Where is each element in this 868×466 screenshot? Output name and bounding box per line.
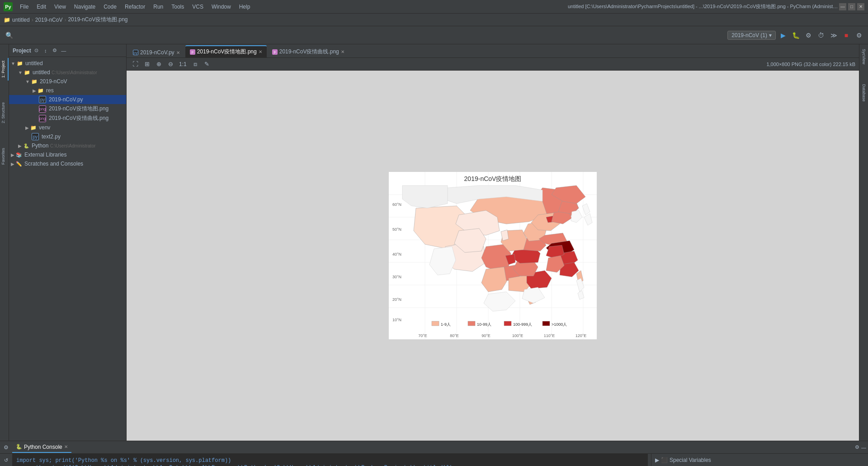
tab-map-png[interactable]: p 2019-nCoV疫情地图.png ✕ xyxy=(185,45,267,57)
tree-item-map-png[interactable]: png 2019-nCoV疫情地图.png xyxy=(9,104,126,114)
sidebar-tab-favorites[interactable]: Favorites xyxy=(0,145,9,167)
menu-window[interactable]: Window xyxy=(208,3,235,11)
svg-text:100°E: 100°E xyxy=(512,333,524,338)
china-map-svg: 2019-nCoV疫情地图 60°N 50°N 40°N 30°N 20°N 1… xyxy=(389,172,597,339)
zoom-in-btn[interactable]: ⊕ xyxy=(154,59,164,69)
menu-navigate[interactable]: Navigate xyxy=(71,3,99,11)
bottom-area-settings[interactable]: ⚙ xyxy=(2,444,10,451)
menu-refactor[interactable]: Refactor xyxy=(121,3,149,11)
breadcrumb-item-0[interactable]: untitled xyxy=(12,17,30,23)
tree-item-res[interactable]: ▶ 📁 res xyxy=(9,86,126,95)
menu-vcs[interactable]: VCS xyxy=(189,3,207,11)
window-title: untitled [C:\Users\Administrator\Pycharm… xyxy=(568,3,839,10)
settings-button[interactable]: ⚙ xyxy=(854,30,864,41)
console-tab-close[interactable]: ✕ xyxy=(64,444,68,449)
titlebar: Py File Edit View Navigate Code Refactor… xyxy=(0,0,868,14)
run-configuration[interactable]: 2019-nCoV (1) ▾ xyxy=(727,31,776,40)
menu-run[interactable]: Run xyxy=(150,3,167,11)
tree-item-curve-png[interactable]: png 2019-nCoV疫情曲线.png xyxy=(9,114,126,123)
console-minimize-btn[interactable]: — xyxy=(861,445,866,450)
rerun-btn[interactable]: ↺ xyxy=(2,456,11,465)
special-vars-header[interactable]: ▶ ⬛ Special Variables xyxy=(651,454,868,466)
tree-item-2019ncov[interactable]: ▼ 📁 2019-nCoV xyxy=(9,77,126,86)
breadcrumb-item-2[interactable]: 2019-nCoV疫情地图.png xyxy=(68,16,127,24)
console-gear-btn[interactable]: ⚙ xyxy=(855,444,859,450)
main-container: 1: Project 2: Structure Favorites Projec… xyxy=(0,44,868,441)
menu-view[interactable]: View xyxy=(51,3,70,11)
prev-btn[interactable]: ⧈ xyxy=(190,59,200,69)
tree-item-untitled-folder[interactable]: ▼ 📁 untitled C:\Users\Administrator xyxy=(9,68,126,77)
sidebar-tab-structure[interactable]: 2: Structure xyxy=(0,100,9,126)
tree-item-scratches[interactable]: ▶ ✏️ Scratches and Consoles xyxy=(9,159,126,168)
svg-rect-34 xyxy=(542,321,550,326)
tree-label: 2019-nCoV疫情曲线.png xyxy=(49,114,108,122)
tab-curve-png[interactable]: p 2019-nCoV疫情曲线.png ✕ xyxy=(268,45,349,57)
png-tab-icon: p xyxy=(272,49,278,55)
run-coverage-button[interactable]: ⚙ xyxy=(803,30,814,41)
tree-label: text2.py xyxy=(42,133,61,140)
project-settings-btn[interactable]: ⚙ xyxy=(51,47,58,54)
tree-label: 2019-nCoV.py xyxy=(49,96,83,103)
minimize-button[interactable]: — xyxy=(839,3,846,10)
fit-page-btn[interactable]: ⛶ xyxy=(130,59,140,69)
image-toolbar: ⛶ ⊞ ⊕ ⊖ 1:1 ⧈ ✎ 1,000×800 PNG (32-bit co… xyxy=(127,58,859,71)
tree-item-venv[interactable]: ▶ 📁 venv xyxy=(9,123,126,132)
arrow-icon: ▶ xyxy=(11,162,14,166)
project-header: Project ⊙ ↕ ⚙ — xyxy=(9,44,126,57)
menu-edit[interactable]: Edit xyxy=(33,3,50,11)
tree-item-ext-libs[interactable]: ▶ 📚 External Libraries xyxy=(9,150,126,159)
tab-close-icon[interactable]: ✕ xyxy=(341,49,344,54)
image-info: 1,000×800 PNG (32-bit color) 222.15 kB xyxy=(766,62,855,67)
tree-label: 2019-nCoV xyxy=(40,78,67,85)
tree-item-main-py[interactable]: py 2019-nCoV.py xyxy=(9,95,126,104)
console-scrollbar[interactable] xyxy=(647,454,651,466)
tab-label: 2019-nCoV疫情曲线.png xyxy=(279,48,339,56)
debug-button[interactable]: 🐛 xyxy=(790,30,801,41)
toolbar-search-btn[interactable]: 🔍 xyxy=(4,30,14,41)
window-controls: — □ ✕ xyxy=(839,3,864,10)
zoom-out-btn[interactable]: ⊖ xyxy=(165,59,175,69)
project-title: Project xyxy=(13,48,31,54)
tree-item-untitled-root[interactable]: ▼ 📁 untitled xyxy=(9,59,126,68)
close-button[interactable]: ✕ xyxy=(857,3,864,10)
console-tab-python[interactable]: 🐍 Python Console ✕ xyxy=(12,442,71,453)
image-view: 2019-nCoV疫情地图 60°N 50°N 40°N 30°N 20°N 1… xyxy=(127,71,859,441)
special-vars-label: Special Variables xyxy=(670,457,711,463)
menu-bar: File Edit View Navigate Code Refactor Ru… xyxy=(16,3,568,11)
sidebar-tab-database[interactable]: Database xyxy=(861,81,867,105)
right-side-panel: SycView Database xyxy=(859,44,868,441)
sidebar-tab-sycview[interactable]: SycView xyxy=(861,46,867,67)
tree-label: res xyxy=(46,87,54,94)
actual-size-btn[interactable]: ⊞ xyxy=(142,59,152,69)
svg-text:110°E: 110°E xyxy=(544,333,555,338)
menu-file[interactable]: File xyxy=(16,3,32,11)
console-tabs: ⚙ 🐍 Python Console ✕ ⚙ — xyxy=(0,441,868,454)
tree-label: External Libraries xyxy=(24,152,66,158)
project-scope-btn[interactable]: ⊙ xyxy=(33,47,40,54)
breadcrumb-item-1[interactable]: 2019-nCoV xyxy=(35,17,63,23)
tree-label: untitled xyxy=(33,69,52,76)
stop-button[interactable]: ■ xyxy=(841,30,852,41)
menu-help[interactable]: Help xyxy=(236,3,254,11)
special-variables-panel: ▶ ⬛ Special Variables xyxy=(651,454,868,466)
project-collapse-btn[interactable]: — xyxy=(60,47,67,54)
maximize-button[interactable]: □ xyxy=(848,3,855,10)
tab-close-icon[interactable]: ✕ xyxy=(176,50,180,55)
console-output[interactable]: import sys; print('Python %s on %s' % (s… xyxy=(13,454,647,466)
edit-btn[interactable]: ✎ xyxy=(202,59,212,69)
tree-label: Scratches and Consoles xyxy=(24,161,83,167)
menu-code[interactable]: Code xyxy=(100,3,120,11)
project-expand-btn[interactable]: ↕ xyxy=(42,47,49,54)
tree-item-python[interactable]: ▶ 🐍 Python C:\Users\Administrator xyxy=(9,141,126,150)
folder-icon: 📁 xyxy=(31,78,38,85)
tab-close-icon[interactable]: ✕ xyxy=(259,49,262,54)
profile-button[interactable]: ⏱ xyxy=(816,30,826,41)
svg-text:80°E: 80°E xyxy=(450,333,459,338)
tree-item-text2py[interactable]: py text2.py xyxy=(9,132,126,141)
run-button[interactable]: ▶ xyxy=(778,30,788,41)
tab-py[interactable]: py 2019-nCoV.py ✕ xyxy=(128,47,184,57)
tab-label: 2019-nCoV.py xyxy=(140,49,175,56)
sidebar-tab-project[interactable]: 1: Project xyxy=(0,58,9,81)
more-run-btn[interactable]: ≫ xyxy=(828,30,839,41)
menu-tools[interactable]: Tools xyxy=(168,3,188,11)
